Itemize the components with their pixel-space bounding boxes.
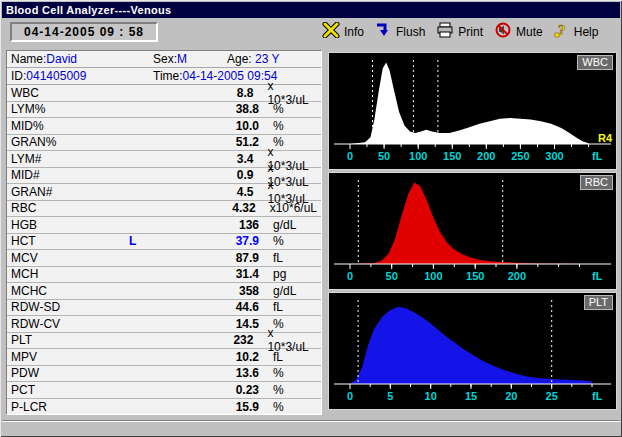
datetime-display: 04-14-2005 09 : 58 (10, 22, 158, 42)
svg-text:25: 25 (546, 390, 558, 402)
param-value: 358 (157, 284, 259, 298)
wbc-curve: 050100150200250300fL (330, 54, 615, 168)
param-value: 136 (157, 218, 259, 232)
result-row: RBC 4.32 x10*6/uL (7, 201, 321, 218)
param-name: RDW-CV (11, 317, 129, 331)
param-name: MID% (11, 119, 129, 133)
param-unit: x10*6/uL (256, 201, 317, 215)
info-button[interactable]: Info (322, 22, 364, 42)
result-row: PDW 13.6 % (7, 366, 321, 383)
param-unit: g/dL (259, 218, 296, 232)
status-bar (2, 422, 620, 435)
mute-button-label: Mute (516, 25, 543, 39)
param-name: MID# (11, 168, 126, 182)
window-title: Blood Cell Analyzer----Venous (6, 4, 171, 16)
svg-text:50: 50 (378, 150, 390, 162)
svg-text:fL: fL (592, 270, 603, 282)
result-row: RDW-SD 44.6 fL (7, 300, 321, 317)
param-unit: fL (259, 300, 283, 314)
param-value: 232 (154, 333, 254, 347)
param-value: 4.32 (155, 201, 256, 215)
result-row: MCH 31.4 pg (7, 267, 321, 284)
param-name: RBC (11, 201, 127, 215)
param-unit: fL (259, 251, 283, 265)
mute-icon (494, 22, 512, 42)
svg-text:150: 150 (443, 150, 461, 162)
svg-text:100: 100 (424, 270, 442, 282)
param-unit: % (259, 234, 284, 248)
results-panel: Name:David Sex:M Age: 23 Y ID:041405009 … (6, 50, 322, 415)
param-value: 13.6 (157, 366, 259, 380)
param-value: 0.9 (154, 168, 254, 182)
param-name: HCT (11, 234, 129, 248)
svg-text:fL: fL (592, 150, 603, 162)
param-value: 0.23 (157, 383, 259, 397)
flush-button-label: Flush (396, 25, 425, 39)
patient-sex-label: Sex: (153, 52, 177, 66)
result-row: MID% 10.0 % (7, 118, 321, 135)
param-name: PCT (11, 383, 129, 397)
param-name: LYM% (11, 102, 129, 116)
datetime-text: 04-14-2005 09 : 58 (24, 25, 144, 39)
param-value: 15.9 (157, 400, 259, 414)
svg-text:300: 300 (545, 150, 563, 162)
print-icon (436, 22, 454, 42)
plt-curve: 0510152025fL (330, 294, 615, 408)
param-value: 14.5 (157, 317, 259, 331)
info-icon (322, 22, 340, 42)
param-name: HGB (11, 218, 129, 232)
patient-name-label: Name: (11, 52, 46, 66)
param-unit: fL (259, 350, 283, 364)
svg-text:0: 0 (347, 270, 353, 282)
print-button[interactable]: Print (436, 22, 483, 42)
param-unit: % (259, 366, 284, 380)
result-row: GRAN# 4.5 x 10*3/uL (7, 184, 321, 201)
title-bar: Blood Cell Analyzer----Venous (2, 2, 620, 18)
svg-text:20: 20 (505, 390, 517, 402)
svg-text:0: 0 (347, 390, 353, 402)
param-name: RDW-SD (11, 300, 129, 314)
status-bar-divider (2, 420, 620, 421)
sample-id-value: 041405009 (26, 69, 86, 83)
param-unit: % (259, 119, 284, 133)
param-value: 3.4 (154, 152, 254, 166)
patient-age-value: 23 Y (255, 52, 279, 66)
patient-header-row-1: Name:David Sex:M Age: 23 Y (7, 51, 321, 68)
result-row: MCV 87.9 fL (7, 250, 321, 267)
flush-button[interactable]: Flush (375, 22, 425, 42)
svg-text:fL: fL (592, 390, 603, 402)
mute-button[interactable]: Mute (494, 22, 543, 42)
help-button[interactable]: ? Help (554, 22, 599, 42)
param-name: PLT (11, 333, 126, 347)
wbc-histogram: 050100150200250300fL WBC R4 (328, 52, 617, 170)
print-button-label: Print (458, 25, 483, 39)
analyzer-window: Blood Cell Analyzer----Venous 04-14-2005… (0, 0, 622, 437)
param-value: 37.9 (157, 234, 259, 248)
param-value: 87.9 (157, 251, 259, 265)
param-name: P-LCR (11, 400, 129, 414)
svg-text:10: 10 (425, 390, 437, 402)
param-value: 10.2 (157, 350, 259, 364)
sample-id-label: ID: (11, 69, 26, 83)
plt-histogram-label: PLT (584, 295, 613, 310)
param-name: LYM# (11, 152, 126, 166)
svg-text:50: 50 (386, 270, 398, 282)
info-button-label: Info (344, 25, 364, 39)
param-value: 31.4 (157, 267, 259, 281)
plt-histogram: 0510152025fL PLT (328, 292, 617, 410)
wbc-histogram-label: WBC (577, 55, 613, 70)
result-row: P-LCR 15.9 % (7, 399, 321, 416)
param-name: GRAN# (11, 185, 126, 199)
result-row: PLT 232 x 10*3/uL (7, 333, 321, 350)
param-name: MCH (11, 267, 129, 281)
svg-text:200: 200 (477, 150, 495, 162)
result-row: WBC 8.8 x 10*3/uL (7, 85, 321, 102)
param-value: 44.6 (157, 300, 259, 314)
result-row: HCT L 37.9 % (7, 234, 321, 251)
param-unit: pg (259, 267, 286, 281)
rbc-histogram: 050100150200fL RBC (328, 172, 617, 290)
param-value: 38.8 (157, 102, 259, 116)
param-name: MCV (11, 251, 129, 265)
result-row: HGB 136 g/dL (7, 217, 321, 234)
flush-icon (375, 22, 392, 42)
